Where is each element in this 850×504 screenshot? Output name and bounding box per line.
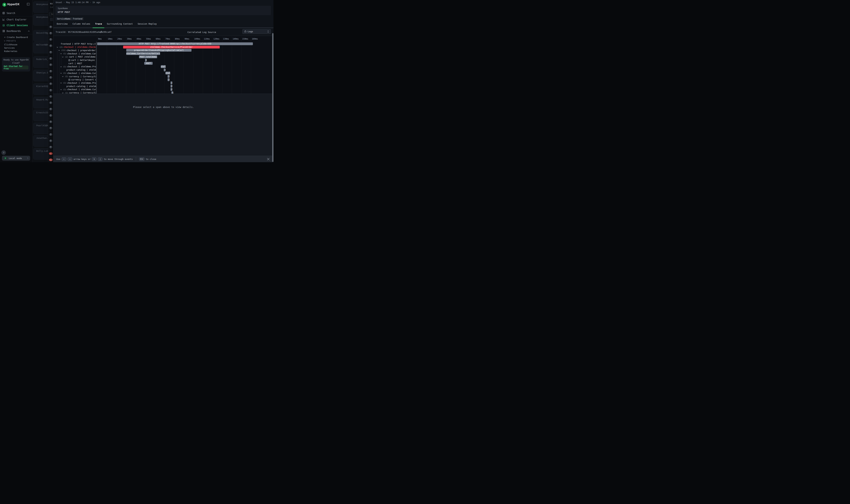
trace-tree-row[interactable]: cart | GetCartAsync called… — [53, 59, 96, 62]
session-event-row[interactable] — [48, 131, 53, 138]
tree-chart-splitter[interactable] — [96, 42, 97, 94]
session-event-row[interactable] — [48, 68, 53, 74]
chevron-down-icon[interactable] — [56, 47, 58, 48]
session-card[interactable]: Deion37@gm — [33, 30, 48, 41]
trace-tree-row[interactable]: (2)checkout | oteldemo.CheckoutServic… — [53, 46, 96, 49]
chevron-down-icon[interactable] — [62, 92, 64, 94]
session-card[interactable]: Anonymous — [33, 1, 48, 13]
tab-trace[interactable]: Trace — [93, 22, 104, 26]
session-event-row[interactable] — [48, 24, 53, 30]
trace-span-bar[interactable]: ( — [171, 91, 173, 94]
session-event-row[interactable] — [48, 106, 53, 112]
session-event-row[interactable] — [48, 100, 53, 106]
close-icon[interactable] — [267, 158, 270, 161]
session-event-row-error[interactable]: >_ — [48, 157, 53, 162]
trace-tree-row[interactable]: cart | HGET — [53, 62, 96, 65]
get-started-button[interactable]: Get Started for Free — [4, 66, 29, 69]
session-event-row[interactable] — [48, 49, 53, 55]
trace-span-bar[interactable]: HTTP POST http://frontend:8080/api/check… — [97, 42, 253, 45]
trace-span-bar[interactable]: prepareOrderItemsAndShippingQuoteFromCar… — [126, 49, 192, 52]
chevron-down-icon[interactable] — [60, 66, 62, 68]
session-card[interactable]: Roderick_S — [33, 56, 48, 68]
session-card[interactable]: Shaniya.Sc — [33, 70, 48, 81]
trace-tree-row[interactable]: (11)checkout | prepareOrderItemsAnd… — [53, 49, 96, 52]
trace-span-bar[interactable]: otel — [165, 72, 170, 74]
trace-tree-label: checkout | oteldemo.CartServic… — [67, 53, 96, 55]
session-card[interactable]: Kieran92@h — [33, 83, 48, 95]
trace-tree-row[interactable]: (1)checkout | oteldemo.CartServic… — [53, 52, 96, 55]
tab-session-replay[interactable]: Session Replay — [135, 22, 159, 26]
trace-span-bar[interactable]: oteldemo.CheckoutService/PlaceOrder — [123, 46, 220, 49]
trace-tree-row[interactable]: (1)currency | Currency/Convert — [53, 75, 96, 78]
session-event-row[interactable] — [48, 93, 53, 100]
preset-item-kubernetes[interactable]: Kubernetes — [0, 49, 33, 53]
sidebar-item-chart-explorer[interactable]: Chart Explorer — [0, 17, 33, 22]
trace-span-bar[interactable]: ( — [164, 69, 165, 71]
chevron-down-icon[interactable] — [62, 56, 64, 58]
session-event-row[interactable] — [48, 30, 53, 36]
edit-pencil-icon[interactable] — [100, 31, 102, 33]
sidebar-collapse-icon[interactable] — [27, 3, 30, 6]
trace-span-bar[interactable]: ( — [145, 59, 146, 61]
session-card[interactable]: Anonymous — [33, 14, 48, 25]
session-event-row[interactable] — [48, 55, 53, 62]
trace-span-bar[interactable]: ( — [168, 78, 169, 81]
trace-span-bar[interactable]: ( — [168, 75, 169, 78]
session-card[interactable]: Jonathan.B — [33, 135, 48, 147]
trace-span-bar[interactable]: otel — [161, 65, 166, 68]
sidebar-item-search[interactable]: Search — [0, 11, 33, 16]
tab-overview[interactable]: Overview — [54, 22, 70, 26]
chevron-down-icon[interactable] — [60, 72, 62, 74]
session-event-row-error[interactable]: ⇄ — [48, 150, 53, 157]
trace-span-bar[interactable]: ( — [170, 85, 172, 88]
session-event-row[interactable] — [48, 62, 53, 68]
trace-span-bar[interactable]: oteldemo.CartService/GetCart — [126, 52, 160, 55]
trace-tree-row[interactable]: (2)cart | POST /oteldemo.CartSe… — [53, 55, 96, 59]
session-event-row[interactable] — [48, 112, 53, 119]
trace-span-bar[interactable]: HGET — [144, 62, 152, 65]
session-event-row[interactable] — [48, 119, 53, 125]
span-count: (1) — [63, 66, 67, 68]
session-card[interactable]: Ernesto33@ — [33, 110, 48, 121]
trace-span-bar[interactable]: ( — [170, 88, 172, 91]
trace-tree-row[interactable]: product-catalog | oteldemo.Prod… — [53, 68, 96, 72]
chevron-down-icon[interactable] — [58, 50, 60, 51]
service-name-chip[interactable]: ServiceName: frontend — [56, 17, 84, 20]
trace-tree-row[interactable]: (1)checkout | oteldemo.ProductCat… — [53, 81, 96, 85]
session-card[interactable]: Pearl43@ho — [33, 123, 48, 134]
session-event-row[interactable] — [48, 36, 53, 43]
chevron-down-icon[interactable] — [60, 82, 62, 84]
session-card[interactable]: Howard.Run — [33, 97, 48, 108]
session-event-row[interactable] — [48, 138, 53, 144]
chevron-down-icon[interactable] — [60, 89, 62, 90]
trace-tree-row[interactable]: frontend | HTTP POST http://frontend:… — [53, 42, 96, 46]
session-event-row[interactable] — [48, 87, 53, 93]
trace-tree-row[interactable]: (1)checkout | oteldemo.ProductCat… — [53, 65, 96, 68]
trace-tree-row[interactable]: (1)checkout | oteldemo.CurrencySe… — [53, 88, 96, 91]
chevron-down-icon[interactable] — [62, 76, 64, 77]
session-event-row[interactable] — [48, 43, 53, 49]
help-button[interactable]: ? — [1, 150, 6, 155]
drawer-scrollbar[interactable] — [272, 33, 273, 162]
chevron-down-icon[interactable] — [60, 53, 62, 54]
trace-tree-row[interactable]: (1)checkout | oteldemo.CurrencySe… — [53, 72, 96, 75]
session-card[interactable]: Dolly.Lub — [33, 148, 48, 160]
trace-tree-row[interactable]: (1)currency | Currency/Convert — [53, 91, 96, 94]
trace-tree-row[interactable]: currency | Convert convers… — [53, 78, 96, 82]
session-card[interactable]: Walton9@ho — [33, 42, 48, 53]
tab-surrounding-context[interactable]: Surrounding Context — [105, 22, 135, 26]
sidebar-item-client-sessions[interactable]: Client Sessions — [0, 23, 33, 28]
trace-span-bar[interactable]: POST /oteldemo.Cart — [139, 55, 157, 58]
log-source-select[interactable]: Logs — [242, 29, 271, 34]
sidebar-item-dashboards[interactable]: Dashboards — [0, 29, 33, 34]
local-mode-menu[interactable]: U Local mode — [2, 156, 30, 161]
session-event-row[interactable] — [48, 74, 53, 81]
create-dashboard-link[interactable]: + Create Dashboard — [0, 35, 33, 39]
session-event-row[interactable] — [48, 144, 53, 150]
tab-column-values[interactable]: Column Values — [70, 22, 93, 26]
presets-header[interactable]: PRESETS — [0, 39, 33, 42]
session-event-row[interactable] — [48, 81, 53, 87]
session-event-row[interactable] — [48, 125, 53, 131]
trace-tree-row[interactable]: product-catalog | oteldemo.Prod… — [53, 85, 96, 88]
trace-span-bar[interactable]: ( — [170, 82, 172, 84]
